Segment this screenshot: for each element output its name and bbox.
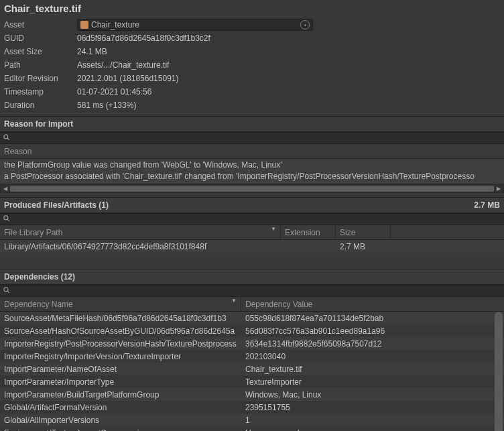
col-size-label: Size — [340, 228, 355, 237]
prop-label: Asset Size — [4, 47, 77, 56]
col-spacer — [391, 225, 504, 239]
reason-line: the PlatformGroup value was changed from… — [4, 160, 500, 172]
artifact-path: Library/Artifacts/06/0674927773d82cc4def… — [0, 242, 281, 251]
col-dep-value-label: Dependency Value — [245, 300, 313, 309]
prop-value: 01-07-2021 01:45:56 — [77, 87, 500, 97]
svg-line-3 — [7, 219, 9, 221]
asset-object-field[interactable]: Chair_texture — [77, 19, 313, 31]
dependency-row[interactable]: SourceAsset/MetaFileHash/06d5f96a7d86d26… — [0, 312, 504, 324]
deps-col-headers: Dependency Name ▼ Dependency Value — [0, 297, 504, 312]
reason-col-headers: Reason — [0, 144, 504, 159]
dependency-name: ImportParameter/ImporterType — [0, 377, 241, 387]
col-dep-value[interactable]: Dependency Value — [241, 297, 504, 311]
reason-search-bar[interactable] — [0, 132, 504, 144]
prop-value: 581 ms (+133%) — [77, 101, 500, 110]
prop-revision: Editor Revision 2021.2.0b1 (181856d15091… — [4, 72, 500, 85]
artifacts-search-input[interactable] — [12, 214, 501, 224]
artifacts-col-headers: File Library Path ▼ Extension Size — [0, 225, 504, 240]
dependency-value: 202103040 — [241, 352, 504, 361]
asset-title: Chair_texture.tif — [0, 0, 504, 17]
dependency-row[interactable]: Global/ArtifactFormatVersion2395151755 — [0, 401, 504, 414]
dependency-row[interactable]: ImportParameter/ImporterTypeTextureImpor… — [0, 375, 504, 388]
dependency-value: Uncompressed — [241, 428, 504, 432]
svg-point-4 — [4, 288, 8, 292]
dependency-value: 055c98d618f874ea7a701134de5f2bab — [241, 314, 504, 323]
scroll-left-icon[interactable]: ◀ — [1, 185, 10, 192]
svg-line-5 — [7, 291, 9, 293]
col-dep-name[interactable]: Dependency Name ▼ — [0, 297, 241, 311]
dependency-name: SourceAsset/HashOfSourceAssetByGUID/06d5… — [0, 326, 241, 336]
col-size[interactable]: Size — [336, 225, 391, 239]
scroll-thumb[interactable] — [10, 186, 494, 192]
prop-duration: Duration 581 ms (+133%) — [4, 99, 500, 112]
prop-label: Timestamp — [4, 87, 77, 97]
col-dep-name-label: Dependency Name — [4, 300, 73, 309]
reason-body: the PlatformGroup value was changed from… — [0, 159, 504, 183]
prop-label: GUID — [4, 34, 77, 43]
dependency-name: Global/AllImporterVersions — [0, 416, 241, 425]
search-icon — [3, 286, 12, 296]
dependency-row[interactable]: ImportParameter/BuildTargetPlatformGroup… — [0, 388, 504, 401]
asset-object-name: Chair_texture — [91, 20, 300, 29]
artifacts-search-bar[interactable] — [0, 213, 504, 225]
search-icon — [3, 214, 12, 224]
prop-label: Asset — [4, 20, 77, 29]
deps-search-input[interactable] — [12, 286, 501, 296]
prop-path: Path Assets/.../Chair_texture.tif — [4, 58, 500, 72]
prop-label: Editor Revision — [4, 74, 77, 83]
properties-panel: Asset Chair_texture GUID 06d5f96a7d86d26… — [0, 17, 504, 116]
svg-point-2 — [4, 216, 8, 220]
reason-search-input[interactable] — [12, 133, 501, 143]
deps-search-bar[interactable] — [0, 285, 504, 297]
svg-point-0 — [4, 135, 8, 139]
dependency-value: TextureImporter — [241, 377, 504, 387]
dependency-value: Windows, Mac, Linux — [241, 390, 504, 399]
reason-line: a PostProcessor associated with 'Chair_t… — [4, 172, 500, 183]
search-icon — [3, 133, 12, 143]
dependency-row[interactable]: SourceAsset/HashOfSourceAssetByGUID/06d5… — [0, 324, 504, 337]
reason-header: Reason for Import — [0, 116, 504, 132]
deps-vscrollbar-thumb[interactable] — [495, 312, 503, 431]
col-extension-label: Extension — [285, 228, 320, 237]
scroll-right-icon[interactable]: ▶ — [494, 185, 503, 192]
dependency-name: ImportParameter/NameOfAsset — [0, 365, 241, 374]
reason-hscrollbar[interactable]: ◀ ▶ — [0, 184, 504, 193]
artifacts-header: Produced Files/Artifacts (1) 2.7 MB — [0, 197, 504, 213]
dependency-row[interactable]: ImporterRegistry/ImporterVersion/Texture… — [0, 350, 504, 363]
col-file-path[interactable]: File Library Path ▼ — [0, 225, 281, 239]
col-reason[interactable]: Reason — [0, 144, 504, 158]
prop-label: Path — [4, 60, 77, 70]
object-picker-icon[interactable] — [300, 20, 310, 29]
dependency-name: ImporterRegistry/PostProcessorVersionHas… — [0, 339, 241, 349]
artifact-row[interactable]: Library/Artifacts/06/0674927773d82cc4def… — [0, 240, 504, 253]
prop-value: 24.1 MB — [77, 47, 500, 56]
dependency-name: ImporterRegistry/ImporterVersion/Texture… — [0, 352, 241, 361]
dependency-value: 3634e1314fbf9882e5f65098a7507d12 — [241, 339, 504, 349]
artifacts-header-label: Produced Files/Artifacts (1) — [4, 200, 109, 210]
prop-value: Assets/.../Chair_texture.tif — [77, 60, 500, 70]
dependency-value: Chair_texture.tif — [241, 365, 504, 374]
prop-timestamp: Timestamp 01-07-2021 01:45:56 — [4, 85, 500, 99]
col-reason-label: Reason — [4, 147, 32, 156]
dependency-row[interactable]: ImportParameter/NameOfAssetChair_texture… — [0, 363, 504, 375]
prop-label: Duration — [4, 101, 77, 110]
dependency-row[interactable]: ImporterRegistry/PostProcessorVersionHas… — [0, 337, 504, 350]
artifacts-header-size: 2.7 MB — [474, 200, 500, 210]
col-extension[interactable]: Extension — [281, 225, 336, 239]
prop-size: Asset Size 24.1 MB — [4, 45, 500, 58]
dependency-name: Global/ArtifactFormatVersion — [0, 403, 241, 412]
deps-table: SourceAsset/MetaFileHash/06d5f96a7d86d26… — [0, 312, 504, 431]
dependency-row[interactable]: Environment/TextureImportCompressionUnco… — [0, 426, 504, 431]
dependency-value: 2395151755 — [241, 403, 504, 412]
dependency-name: Environment/TextureImportCompression — [0, 428, 241, 432]
reason-header-label: Reason for Import — [4, 119, 73, 129]
sort-indicator-icon: ▼ — [231, 298, 237, 304]
sort-indicator-icon: ▼ — [271, 226, 276, 232]
col-file-path-label: File Library Path — [4, 228, 62, 237]
deps-header-label: Dependencies (12) — [4, 272, 75, 282]
dependency-row[interactable]: Global/AllImporterVersions1 — [0, 414, 504, 426]
deps-header: Dependencies (12) — [0, 269, 504, 285]
texture-thumbnail-icon — [80, 21, 88, 29]
dependency-value: 56d083f7cc576a3ab901c1eed89a1a96 — [241, 326, 504, 336]
prop-value: 2021.2.0b1 (181856d15091) — [77, 74, 500, 83]
